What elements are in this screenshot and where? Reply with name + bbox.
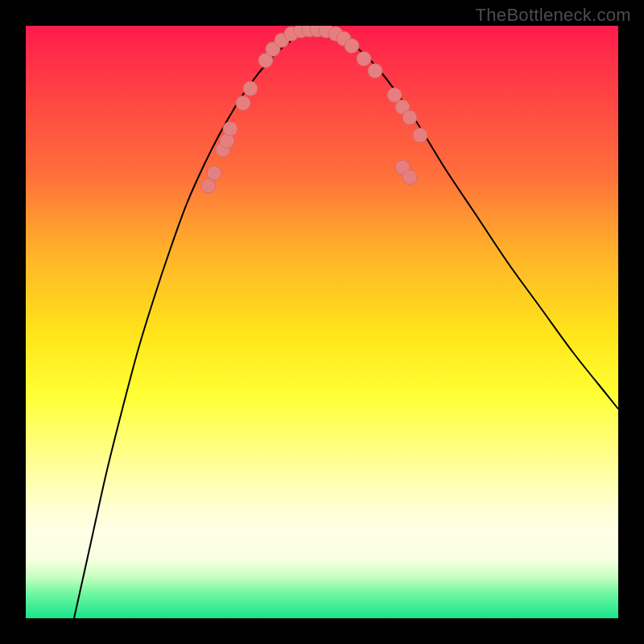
data-dot <box>207 166 221 180</box>
data-dot <box>345 39 359 53</box>
data-dot <box>201 179 216 193</box>
curve-layer <box>74 30 618 618</box>
data-dot <box>402 170 417 184</box>
data-dot <box>236 96 250 110</box>
plot-area <box>26 26 618 618</box>
data-dot <box>357 52 371 66</box>
watermark-text: TheBottleneck.com <box>476 5 631 26</box>
data-dot <box>368 64 382 78</box>
data-dot <box>243 81 258 96</box>
bottleneck-curve <box>74 30 618 618</box>
chart-canvas: TheBottleneck.com <box>0 0 644 644</box>
chart-svg <box>26 26 618 618</box>
data-dot <box>402 110 417 125</box>
data-dot <box>413 128 427 142</box>
data-dot <box>223 122 237 136</box>
dots-layer <box>201 26 427 193</box>
